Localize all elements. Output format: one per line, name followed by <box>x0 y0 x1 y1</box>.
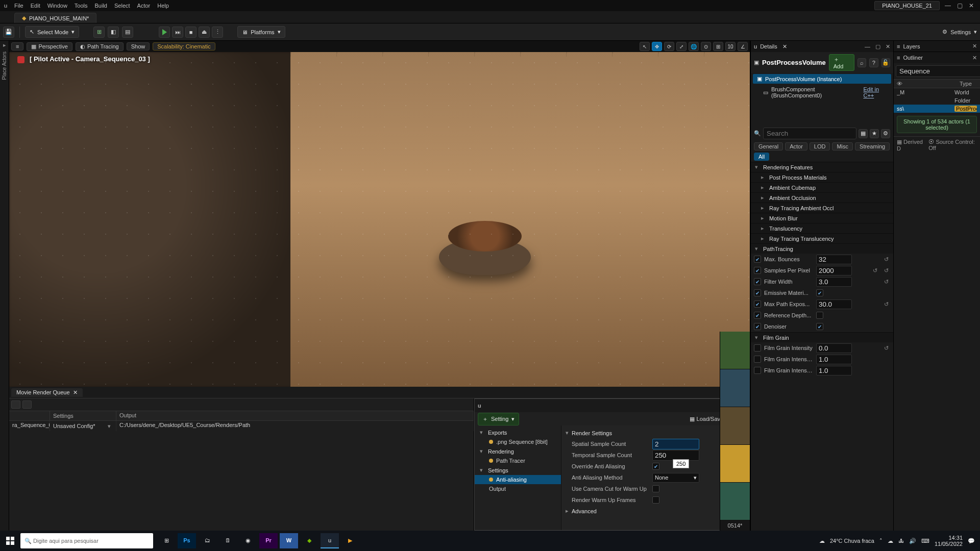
cat-actor[interactable]: Actor <box>785 142 807 151</box>
tree-png-sequence[interactable]: .png Sequence [8bit] <box>475 437 561 446</box>
help-button[interactable]: ? <box>869 58 878 67</box>
menu-tools[interactable]: Tools <box>75 3 88 9</box>
spatial-sample-input[interactable] <box>652 439 699 449</box>
onedrive-icon[interactable]: ☁ <box>888 538 893 544</box>
network-icon[interactable]: 🖧 <box>898 538 904 544</box>
cat-misc[interactable]: Misc <box>832 142 853 151</box>
spp-input[interactable] <box>816 266 852 276</box>
reset-icon[interactable]: ↺ <box>871 267 879 274</box>
fg3-input[interactable] <box>816 366 852 375</box>
cat-general[interactable]: General <box>754 142 783 151</box>
instance-row[interactable]: ▣ PostProcessVolume (Instance) <box>753 74 891 84</box>
language-icon[interactable]: ⌨ <box>921 538 929 544</box>
show-dropdown[interactable]: Show <box>127 42 150 51</box>
play-options-button[interactable]: ⋮ <box>212 27 223 38</box>
eject-button[interactable]: ⏏ <box>199 27 210 38</box>
mrq-tab[interactable]: Movie Render Queue ✕ <box>11 388 83 397</box>
close-icon[interactable]: ✕ <box>972 43 977 49</box>
sec-rendering-features[interactable]: ▾Rendering Features <box>751 162 893 172</box>
grid-snap-toggle[interactable]: ⊞ <box>713 42 723 51</box>
volume-icon[interactable]: 🔊 <box>909 538 916 544</box>
save-button[interactable]: 💾 <box>3 27 14 38</box>
taskbar-search[interactable]: 🔍 Digite aqui para pesquisar <box>20 533 153 548</box>
weather-text[interactable]: 24°C Chuva fraca <box>830 538 874 544</box>
minimize-button[interactable]: — <box>945 2 951 9</box>
outliner-row[interactable]: _MWorld <box>894 88 980 96</box>
sec-ambient-cubemap[interactable]: ▸Ambient Cubemap <box>751 182 893 192</box>
select-tool[interactable]: ↖ <box>640 42 650 51</box>
surface-snap-toggle[interactable]: ⊙ <box>701 42 711 51</box>
start-button[interactable] <box>0 531 20 551</box>
gear-icon[interactable]: ⚙ <box>881 129 890 138</box>
nvidia-icon[interactable]: ◆ <box>300 533 318 548</box>
explorer-icon[interactable]: 🗂 <box>198 533 216 548</box>
cat-streaming[interactable]: Streaming <box>855 142 890 151</box>
close-icon[interactable]: ✕ <box>972 55 977 61</box>
details-maximize[interactable]: ▢ <box>875 43 880 50</box>
grid-size[interactable]: 10 <box>725 42 736 51</box>
emissive-checkbox[interactable] <box>816 289 823 296</box>
lock-button[interactable]: 🔓 <box>881 58 890 67</box>
sec-film-grain[interactable]: ▾Film Grain <box>751 332 893 342</box>
viewport-options-button[interactable]: ≡ <box>11 42 23 51</box>
details-tab[interactable]: Details <box>760 43 777 49</box>
place-actors-strip[interactable]: ▸ Place Actors <box>0 41 9 531</box>
notifications-icon[interactable]: 💬 <box>968 538 975 544</box>
track-1[interactable] <box>720 332 750 369</box>
world-local-toggle[interactable]: 🌐 <box>689 42 699 51</box>
menu-help[interactable]: Help <box>157 3 169 9</box>
menu-select[interactable]: Select <box>114 3 130 9</box>
tray-chevron-icon[interactable]: ˄ <box>879 538 883 544</box>
menu-edit[interactable]: Edit <box>31 3 40 9</box>
clock[interactable]: 14:31 11/05/2022 <box>935 535 963 547</box>
favorites-icon[interactable]: ★ <box>870 129 879 138</box>
close-button[interactable]: ✕ <box>969 2 974 9</box>
sec-motion-blur[interactable]: ▸Motion Blur <box>751 213 893 223</box>
tree-anti-aliasing[interactable]: Anti-aliasing <box>475 475 561 484</box>
mrq-job-row[interactable]: ra_Sequence_03 Unsaved Config*▾ C:/Users… <box>9 421 474 431</box>
settings-label[interactable]: Settings <box>950 29 971 35</box>
details-minimize[interactable]: — <box>865 43 870 50</box>
reset-icon[interactable]: ↺ <box>882 301 890 308</box>
tree-settings[interactable]: ▾Settings <box>475 465 561 475</box>
platforms-dropdown[interactable]: 🖥 Platforms ▾ <box>237 26 285 38</box>
render-remove-button[interactable] <box>22 400 32 409</box>
chrome-icon[interactable]: ◉ <box>239 533 257 548</box>
premiere-icon[interactable]: Pr <box>259 533 278 548</box>
sec-ray-tracing-translucency[interactable]: ▸Ray Tracing Translucency <box>751 233 893 243</box>
media-icon[interactable]: ▶ <box>341 533 359 548</box>
edit-in-cpp-link[interactable]: Edit in C++ <box>863 86 889 98</box>
pathtracing-dropdown[interactable]: ◐Path Tracing <box>76 42 124 51</box>
marketplace-button[interactable]: ◧ <box>108 27 119 38</box>
advanced-section[interactable]: ▸Advanced <box>565 506 746 516</box>
tree-exports[interactable]: ▾Exports <box>475 428 561 437</box>
photoshop-icon[interactable]: Ps <box>178 533 196 548</box>
details-search-input[interactable] <box>763 128 856 139</box>
outliner-row[interactable]: Folder <box>894 96 980 105</box>
reset-icon[interactable]: ↺ <box>882 345 890 352</box>
close-icon[interactable]: ✕ <box>73 389 78 396</box>
sec-post-process-materials[interactable]: ▸Post Process Materials <box>751 172 893 182</box>
sec-ambient-occlusion[interactable]: ▸Ambient Occlusion <box>751 192 893 203</box>
translate-tool[interactable]: ✥ <box>652 42 662 51</box>
sec-ray-tracing-ao[interactable]: ▸Ray Tracing Ambient Occl <box>751 203 893 213</box>
override-aa-checkbox[interactable] <box>652 463 659 470</box>
property-matrix-icon[interactable]: ▦ <box>859 129 868 138</box>
select-mode-dropdown[interactable]: ↖ Select Mode ▾ <box>25 26 79 38</box>
component-row[interactable]: ▭ BrushComponent (BrushComponent0) Edit … <box>751 85 893 100</box>
outliner-search-input[interactable] <box>896 65 980 77</box>
layers-tab[interactable]: Layers <box>903 43 920 49</box>
tree-rendering[interactable]: ▾Rendering <box>475 446 561 456</box>
browse-button[interactable]: ⌕ <box>857 58 866 67</box>
pilot-stop-icon[interactable] <box>17 56 24 63</box>
menu-file[interactable]: File <box>14 3 23 9</box>
max-path-input[interactable] <box>816 299 852 309</box>
unreal-icon[interactable]: u <box>321 533 339 548</box>
render-settings-section[interactable]: ▾Render Settings <box>565 428 746 438</box>
max-bounces-input[interactable] <box>816 255 852 264</box>
aa-method-dropdown[interactable]: None▾ <box>652 473 699 483</box>
sec-pathtracing[interactable]: ▾PathTracing <box>751 243 893 254</box>
override-checkbox[interactable] <box>754 256 761 263</box>
viewport[interactable]: [ Pilot Active - Camera_Sequence_03 ] <box>9 52 750 387</box>
taskview-icon[interactable]: ⊞ <box>157 533 176 548</box>
